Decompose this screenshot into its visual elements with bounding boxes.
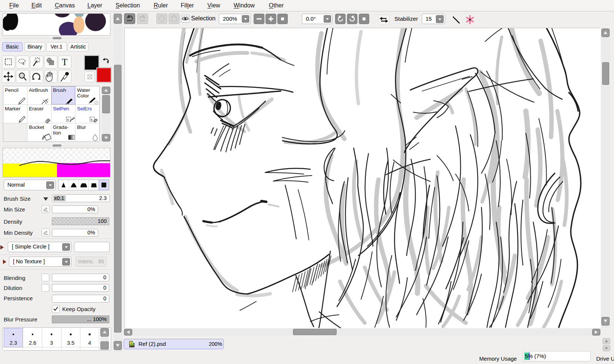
svg-text:2.3: 2.3 [10,340,17,346]
svg-text:Blur: Blur [77,124,86,130]
svg-text:SelErs: SelErs [77,106,92,111]
svg-text:Color: Color [77,93,89,98]
svg-text:tion: tion [53,130,61,136]
svg-text:Eraser: Eraser [29,106,44,111]
svg-text:3: 3 [50,340,53,346]
svg-text:AirBrush: AirBrush [29,87,48,93]
svg-text:T: T [62,57,67,67]
svg-text:Pencil: Pencil [5,87,19,93]
svg-text:SelPen: SelPen [53,106,69,111]
svg-text:2.6: 2.6 [29,340,36,346]
svg-text:Water: Water [77,87,90,93]
svg-text:3.5: 3.5 [67,340,74,346]
svg-text:Marker: Marker [5,106,21,111]
svg-text:4: 4 [88,340,91,346]
svg-text:Grada-: Grada- [53,124,69,130]
svg-text:Bucket: Bucket [29,124,44,130]
svg-text:s: s [91,118,93,121]
svg-text:Brush: Brush [53,87,66,93]
svg-text:s: s [67,118,69,121]
